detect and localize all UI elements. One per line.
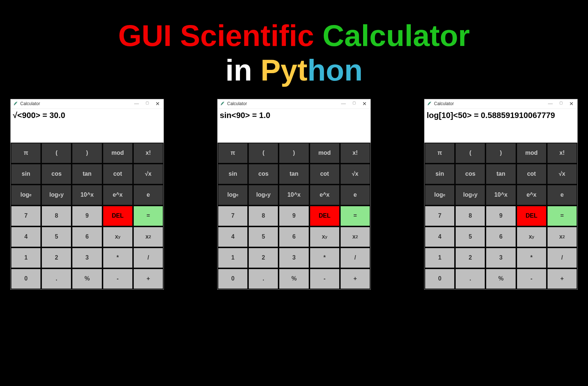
digit-4-button[interactable]: 4	[425, 227, 455, 247]
open-paren-button[interactable]: (	[42, 143, 71, 163]
maximize-button[interactable]: ▢	[559, 101, 563, 107]
digit-0-button[interactable]: 0	[218, 269, 248, 289]
digit-4-button[interactable]: 4	[218, 227, 248, 247]
calculator-display[interactable]: log[10]<50> = 0.588591910067779	[424, 109, 577, 143]
digit-7-button[interactable]: 7	[218, 206, 248, 226]
divide-button[interactable]: /	[340, 248, 370, 268]
tan-button[interactable]: tan	[72, 164, 102, 184]
equals-button[interactable]: =	[547, 206, 577, 226]
delete-button[interactable]: DEL	[310, 206, 340, 226]
multiply-button[interactable]: *	[103, 248, 133, 268]
calculator-display[interactable]: √<900> = 30.0	[11, 109, 164, 143]
cot-button[interactable]: cot	[103, 164, 133, 184]
digit-9-button[interactable]: 9	[486, 206, 516, 226]
logxy-button[interactable]: logxy	[42, 185, 71, 205]
e-button[interactable]: e	[547, 185, 577, 205]
mod-button[interactable]: mod	[310, 143, 340, 163]
cos-button[interactable]: cos	[248, 164, 278, 184]
delete-button[interactable]: DEL	[103, 206, 133, 226]
x-pow-y-button[interactable]: xy	[517, 227, 546, 247]
digit-5-button[interactable]: 5	[248, 227, 278, 247]
pi-button[interactable]: π	[11, 143, 41, 163]
digit-8-button[interactable]: 8	[42, 206, 71, 226]
e-pow-x-button[interactable]: e^x	[517, 185, 546, 205]
digit-2-button[interactable]: 2	[455, 248, 485, 268]
factorial-button[interactable]: x!	[547, 143, 577, 163]
digit-1-button[interactable]: 1	[218, 248, 248, 268]
subtract-button[interactable]: -	[310, 269, 340, 289]
close-paren-button[interactable]: )	[72, 143, 102, 163]
digit-8-button[interactable]: 8	[455, 206, 485, 226]
sin-button[interactable]: sin	[218, 164, 248, 184]
subtract-button[interactable]: -	[103, 269, 133, 289]
decimal-button[interactable]: .	[455, 269, 485, 289]
open-paren-button[interactable]: (	[455, 143, 485, 163]
digit-2-button[interactable]: 2	[248, 248, 278, 268]
digit-9-button[interactable]: 9	[72, 206, 102, 226]
factorial-button[interactable]: x!	[340, 143, 370, 163]
calculator-display[interactable]: sin<90> = 1.0	[218, 109, 370, 143]
delete-button[interactable]: DEL	[517, 206, 546, 226]
ten-pow-x-button[interactable]: 10^x	[279, 185, 309, 205]
factorial-button[interactable]: x!	[133, 143, 163, 163]
minimize-button[interactable]: —	[341, 101, 346, 107]
mod-button[interactable]: mod	[103, 143, 133, 163]
decimal-button[interactable]: .	[248, 269, 278, 289]
digit-6-button[interactable]: 6	[72, 227, 102, 247]
e-pow-x-button[interactable]: e^x	[310, 185, 340, 205]
digit-1-button[interactable]: 1	[425, 248, 455, 268]
sqrt-button[interactable]: √x	[133, 164, 163, 184]
equals-button[interactable]: =	[133, 206, 163, 226]
x-pow-y-button[interactable]: xy	[310, 227, 340, 247]
decimal-button[interactable]: .	[42, 269, 71, 289]
digit-0-button[interactable]: 0	[425, 269, 455, 289]
x-pow-y-button[interactable]: xy	[103, 227, 133, 247]
add-button[interactable]: +	[133, 269, 163, 289]
close-button[interactable]: ✕	[155, 101, 160, 107]
digit-0-button[interactable]: 0	[11, 269, 41, 289]
cos-button[interactable]: cos	[455, 164, 485, 184]
minimize-button[interactable]: —	[548, 101, 553, 107]
logxy-button[interactable]: logxy	[248, 185, 278, 205]
x-squared-button[interactable]: x2	[340, 227, 370, 247]
ln-button[interactable]: loge	[425, 185, 455, 205]
ten-pow-x-button[interactable]: 10^x	[486, 185, 516, 205]
ten-pow-x-button[interactable]: 10^x	[72, 185, 102, 205]
minimize-button[interactable]: —	[134, 101, 139, 107]
maximize-button[interactable]: ▢	[146, 101, 149, 107]
percent-button[interactable]: %	[279, 269, 309, 289]
digit-5-button[interactable]: 5	[42, 227, 71, 247]
subtract-button[interactable]: -	[517, 269, 546, 289]
digit-4-button[interactable]: 4	[11, 227, 41, 247]
digit-6-button[interactable]: 6	[279, 227, 309, 247]
digit-9-button[interactable]: 9	[279, 206, 309, 226]
e-button[interactable]: e	[133, 185, 163, 205]
divide-button[interactable]: /	[547, 248, 577, 268]
divide-button[interactable]: /	[133, 248, 163, 268]
pi-button[interactable]: π	[425, 143, 455, 163]
add-button[interactable]: +	[547, 269, 577, 289]
percent-button[interactable]: %	[486, 269, 516, 289]
pi-button[interactable]: π	[218, 143, 248, 163]
close-button[interactable]: ✕	[362, 101, 367, 107]
digit-5-button[interactable]: 5	[455, 227, 485, 247]
cot-button[interactable]: cot	[310, 164, 340, 184]
mod-button[interactable]: mod	[517, 143, 546, 163]
e-pow-x-button[interactable]: e^x	[103, 185, 133, 205]
sqrt-button[interactable]: √x	[547, 164, 577, 184]
digit-6-button[interactable]: 6	[486, 227, 516, 247]
digit-8-button[interactable]: 8	[248, 206, 278, 226]
digit-2-button[interactable]: 2	[42, 248, 71, 268]
maximize-button[interactable]: ▢	[352, 101, 356, 107]
cot-button[interactable]: cot	[517, 164, 546, 184]
tan-button[interactable]: tan	[486, 164, 516, 184]
digit-3-button[interactable]: 3	[72, 248, 102, 268]
ln-button[interactable]: loge	[11, 185, 41, 205]
logxy-button[interactable]: logxy	[455, 185, 485, 205]
percent-button[interactable]: %	[72, 269, 102, 289]
digit-3-button[interactable]: 3	[279, 248, 309, 268]
close-paren-button[interactable]: )	[486, 143, 516, 163]
sin-button[interactable]: sin	[11, 164, 41, 184]
sqrt-button[interactable]: √x	[340, 164, 370, 184]
x-squared-button[interactable]: x2	[547, 227, 577, 247]
